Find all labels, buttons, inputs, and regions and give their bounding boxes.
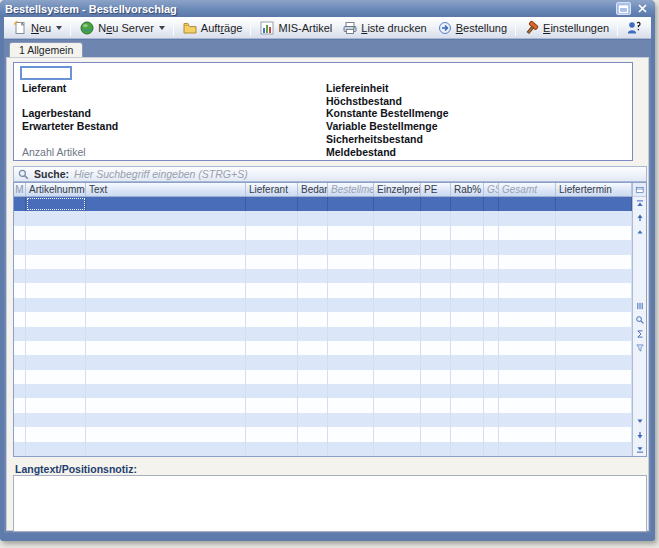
grid-cell — [26, 327, 86, 341]
column-header-rab-[interactable]: Rab% — [451, 183, 484, 196]
table-row[interactable] — [14, 355, 632, 369]
grid-cell — [484, 197, 499, 211]
grid-cell — [374, 312, 421, 326]
close-icon — [638, 4, 647, 13]
grid-cell — [86, 427, 246, 441]
table-row[interactable] — [14, 442, 632, 456]
notes-textarea[interactable] — [13, 475, 647, 532]
dropdown-caret-icon[interactable] — [56, 26, 62, 30]
filter-button[interactable] — [634, 342, 646, 354]
column-header-m[interactable]: M — [14, 183, 26, 196]
grid-cell — [14, 283, 26, 297]
grid-cell — [499, 298, 556, 312]
grid-cell — [451, 255, 484, 269]
grid-cell — [484, 384, 499, 398]
grid-cell — [499, 240, 556, 254]
grid-cell — [374, 413, 421, 427]
table-row[interactable] — [14, 413, 632, 427]
grid-cell — [328, 312, 374, 326]
grid-cell — [246, 427, 298, 441]
grid-cell — [14, 269, 26, 283]
table-row[interactable] — [14, 269, 632, 283]
table-row[interactable] — [14, 327, 632, 341]
table-row[interactable] — [14, 298, 632, 312]
toolbar-button-mis-artikel[interactable]: MIS-Artikel — [254, 18, 337, 37]
table-row[interactable] — [14, 283, 632, 297]
toolbar-button-hilfe[interactable] — [621, 18, 647, 37]
prev-row-button[interactable] — [634, 226, 646, 238]
form-label-anzahl-artikel: Anzahl Artikel — [22, 146, 86, 158]
column-header-gesamt[interactable]: Gesamt — [499, 183, 556, 196]
window-title: Bestellsystem - Bestellvorschlag — [5, 3, 177, 15]
column-header-bestellmenge[interactable]: Bestellmenge — [328, 183, 374, 196]
next-row-button[interactable] — [634, 415, 646, 427]
toolbar-button-auftraege[interactable]: Aufträge — [177, 18, 248, 37]
page-down-button[interactable] — [634, 429, 646, 441]
toolbar-button-bestellung[interactable]: Bestellung — [432, 18, 512, 37]
column-header-liefertermin[interactable]: Liefertermin — [556, 183, 632, 196]
table-row[interactable] — [14, 255, 632, 269]
column-header-gs[interactable]: GS — [484, 183, 499, 196]
grid-cell — [499, 341, 556, 355]
grid-cell — [14, 355, 26, 369]
server-icon — [79, 20, 95, 36]
grid-cell — [86, 327, 246, 341]
tab-allgemein[interactable]: 1 Allgemein — [9, 42, 83, 57]
column-header-bedarf[interactable]: Bedarf — [298, 183, 328, 196]
table-row[interactable] — [14, 226, 632, 240]
toolbar-button-liste-drucken[interactable]: Liste drucken — [337, 18, 431, 37]
page-up-button[interactable] — [634, 212, 646, 224]
grid-cell — [499, 398, 556, 412]
dropdown-caret-icon[interactable] — [159, 26, 165, 30]
printer-icon — [342, 20, 358, 36]
go-first-row-button[interactable] — [634, 198, 646, 210]
grid-cell — [484, 370, 499, 384]
close-button[interactable] — [635, 2, 650, 15]
table-row[interactable] — [14, 384, 632, 398]
grid-cell — [451, 298, 484, 312]
grid-search-button[interactable] — [634, 314, 646, 326]
supplier-input[interactable] — [20, 66, 72, 80]
column-header-pe[interactable]: PE — [421, 183, 451, 196]
toolbar-button-neu[interactable]: Neu — [7, 18, 67, 37]
grid-cell — [556, 384, 632, 398]
column-header-text[interactable]: Text — [86, 183, 246, 196]
tab-page-allgemein: LieferantLagerbestandErwarteter BestandA… — [6, 57, 649, 531]
grid-main: MArtikelnummerTextLieferantBedarfBestell… — [14, 183, 632, 456]
grid-cell — [484, 413, 499, 427]
grid-cell — [298, 240, 328, 254]
search-bar[interactable]: Suche: Hier Suchbegriff eingeben (STRG+S… — [13, 166, 647, 182]
column-chooser-button[interactable] — [633, 183, 646, 197]
grid-cell — [421, 413, 451, 427]
grid-cell — [86, 312, 246, 326]
grid-cell — [26, 226, 86, 240]
columns-button[interactable] — [634, 300, 646, 312]
go-last-row-button[interactable] — [634, 443, 646, 455]
grid-cell — [556, 355, 632, 369]
table-row[interactable] — [14, 370, 632, 384]
restore-button[interactable] — [616, 2, 631, 15]
table-row[interactable] — [14, 211, 632, 225]
table-row[interactable] — [14, 240, 632, 254]
column-header-lieferant[interactable]: Lieferant — [246, 183, 298, 196]
grid-cell — [484, 283, 499, 297]
grid-cell — [14, 384, 26, 398]
sum-button[interactable] — [634, 328, 646, 340]
grid-cell — [14, 341, 26, 355]
table-row[interactable] — [14, 341, 632, 355]
column-header-einzelpreis[interactable]: Einzelpreis — [374, 183, 421, 196]
toolbar-button-einstellungen[interactable]: Einstellungen — [519, 18, 614, 37]
form-label-h-chstbestand: Höchstbestand — [326, 95, 402, 107]
grid-cell — [246, 197, 298, 211]
column-header-artikelnummer[interactable]: Artikelnummer — [26, 183, 86, 196]
grid-cell — [86, 384, 246, 398]
table-row[interactable] — [14, 398, 632, 412]
client-area: 1 Allgemein LieferantLagerbestandErwarte… — [4, 40, 651, 533]
table-row[interactable] — [14, 427, 632, 441]
toolbar-button-neu-server[interactable]: Neu Server — [74, 18, 170, 37]
grid-cell — [499, 211, 556, 225]
table-row-selected[interactable] — [14, 197, 632, 211]
grid-cell — [484, 312, 499, 326]
table-row[interactable] — [14, 312, 632, 326]
form-label-meldebestand: Meldebestand — [326, 146, 396, 158]
